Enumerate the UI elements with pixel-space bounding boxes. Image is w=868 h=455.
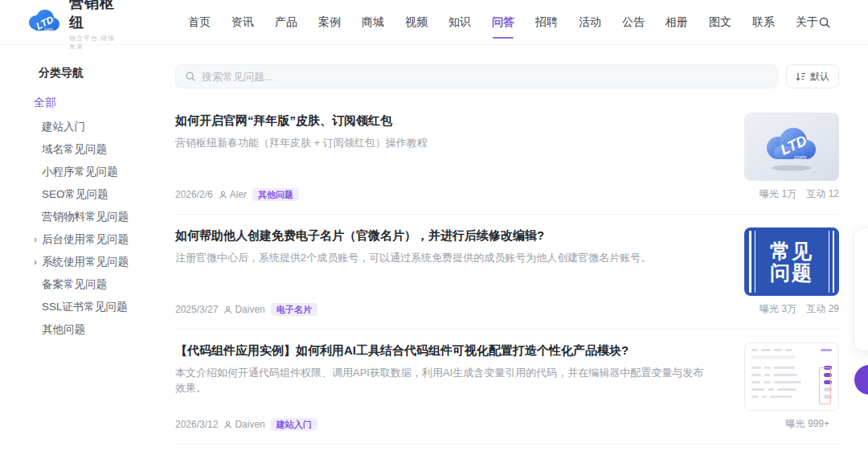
article-desc: 注册官微中心后，系统提供2个成员账号，可以通过系统免费提供的成员账号为他人创建官… — [175, 250, 712, 266]
sidebar-item-ssl-faq[interactable]: SSL证书常见问题 — [34, 301, 175, 313]
search-icon — [185, 71, 196, 82]
article-row[interactable]: 关于网站升级营销枢纽 接入AI 之十问十答：A1版本开箱即用! — [175, 445, 839, 455]
category-badge[interactable]: 其他问题 — [252, 188, 299, 201]
article-date: 2026/2/6 — [175, 189, 213, 200]
cloud-logo-icon: LTD .com — [27, 9, 62, 35]
sidebar-item-site-building[interactable]: 建站入门 — [34, 121, 175, 133]
sort-default-button[interactable]: 默认 — [786, 64, 839, 88]
sidebar-item-all[interactable]: 全部 — [34, 96, 175, 110]
article-author: Daiven — [235, 419, 264, 430]
article-thumbnail-faq-blue[interactable]: 常见 问题 — [744, 228, 839, 296]
nav-item-cases[interactable]: 案例 — [318, 10, 341, 35]
article-meta: 2026/3/12 Daiven 建站入门 — [175, 418, 712, 431]
nav-item-graphics[interactable]: 图文 — [709, 10, 731, 35]
chevron-right-icon: › — [34, 236, 42, 244]
user-icon — [223, 420, 232, 429]
article-row[interactable]: 如何开启官网“拜年版”皮肤、订阅领红包 营销枢纽新春功能（拜年皮肤 + 订阅领红… — [175, 100, 839, 215]
article-meta: 2026/2/6 Aler 其他问题 — [175, 188, 712, 201]
article-title[interactable]: 如何帮助他人创建免费电子名片（官微名片），并进行后续修改编辑? — [175, 228, 712, 244]
faq-search-input[interactable] — [202, 71, 768, 83]
article-thumbnail-cloud-logo[interactable]: LTD .com — [744, 113, 839, 181]
article-meta: 2025/3/27 Daiven 电子名片 — [175, 303, 712, 316]
sidebar-item-icp-faq[interactable]: 备案常见问题 — [34, 279, 175, 290]
article-title[interactable]: 【代码组件应用实例】如何利用AI工具结合代码组件可视化配置打造个性化产品模块? — [175, 342, 712, 359]
sidebar-title: 分类导航 — [39, 66, 175, 80]
category-badge[interactable]: 建站入门 — [271, 418, 317, 431]
sidebar-item-miniprogram-faq[interactable]: 小程序常见问题 — [34, 166, 175, 178]
svg-text:.com: .com — [792, 154, 807, 161]
article-title[interactable]: 如何开启官网“拜年版”皮肤、订阅领红包 — [175, 113, 712, 129]
nav-item-mall[interactable]: 商城 — [362, 10, 384, 35]
floating-side-panel[interactable] — [854, 228, 868, 351]
nav-item-announcements[interactable]: 公告 — [622, 10, 645, 35]
nav-item-qa-active[interactable]: 问答 — [492, 10, 514, 35]
sidebar-item-other[interactable]: 其他问题 — [34, 324, 175, 335]
user-icon — [219, 191, 227, 199]
sidebar-item-seo-faq[interactable]: SEO常见问题 — [34, 189, 175, 200]
user-icon — [223, 305, 232, 314]
sidebar-item-backend-faq[interactable]: › 后台使用常见问题 — [34, 234, 175, 245]
nav-item-knowledge[interactable]: 知识 — [448, 10, 471, 35]
article-desc: 本文介绍如何开通代码组件权限、调用API获取数据，利用AI生成含变量引用的代码，… — [175, 365, 712, 396]
article-stats: 曝光 1万互动 12 — [744, 187, 839, 201]
main-nav: 首页 资讯 产品 案例 商城 视频 知识 问答 招聘 活动 公告 相册 图文 联… — [188, 10, 818, 35]
article-author: Aler — [230, 189, 247, 200]
nav-item-news[interactable]: 资讯 — [231, 10, 254, 35]
category-sidebar: 分类导航 全部 建站入门 域名常见问题 小程序常见问题 SEO常见问题 营销物料… — [0, 45, 175, 455]
nav-item-home[interactable]: 首页 — [188, 10, 211, 35]
article-thumbnail-admin-screenshot[interactable] — [744, 342, 839, 411]
nav-item-contact[interactable]: 联系 — [752, 10, 775, 35]
header-search-icon[interactable] — [818, 16, 831, 29]
nav-item-jobs[interactable]: 招聘 — [535, 10, 558, 35]
nav-item-about[interactable]: 关于 — [796, 10, 818, 35]
sidebar-item-domain-faq[interactable]: 域名常见问题 — [34, 144, 175, 155]
svg-text:.com: .com — [43, 27, 53, 31]
category-badge[interactable]: 电子名片 — [271, 303, 317, 316]
chevron-right-icon: › — [34, 258, 42, 266]
article-list: 如何开启官网“拜年版”皮肤、订阅领红包 营销枢纽新春功能（拜年皮肤 + 订阅领红… — [175, 100, 839, 455]
brand-logo[interactable]: LTD .com 营销枢纽 独立平台,链接未来 — [27, 0, 117, 51]
sort-icon — [796, 72, 806, 81]
article-stats: 曝光 3万互动 29 — [744, 302, 839, 316]
nav-item-albums[interactable]: 相册 — [665, 10, 688, 35]
article-date: 2026/3/12 — [175, 419, 218, 430]
sidebar-item-system-faq[interactable]: › 系统使用常见问题 — [34, 256, 175, 268]
article-date: 2025/3/27 — [175, 304, 218, 315]
article-desc: 营销枢纽新春功能（拜年皮肤 + 订阅领红包）操作教程 — [175, 135, 712, 151]
sidebar-item-marketing-material-faq[interactable]: 营销物料常见问题 — [34, 211, 175, 223]
brand-name: 营销枢纽 — [69, 0, 117, 32]
article-row[interactable]: 【代码组件应用实例】如何利用AI工具结合代码组件可视化配置打造个性化产品模块? … — [175, 330, 839, 445]
nav-item-activities[interactable]: 活动 — [579, 10, 601, 35]
article-author: Daiven — [235, 304, 264, 315]
nav-item-video[interactable]: 视频 — [405, 10, 428, 35]
header: LTD .com 营销枢纽 独立平台,链接未来 首页 资讯 产品 案例 商城 视… — [0, 0, 868, 45]
nav-item-products[interactable]: 产品 — [275, 10, 297, 35]
article-stats: 曝光 999+ — [744, 417, 839, 431]
qa-main: 默认 如何开启官网“拜年版”皮肤、订阅领红包 营销枢纽新春功能（拜年皮肤 + 订… — [175, 45, 868, 455]
article-row[interactable]: 如何帮助他人创建免费电子名片（官微名片），并进行后续修改编辑? 注册官微中心后，… — [175, 215, 839, 330]
faq-search-box[interactable] — [175, 64, 778, 88]
